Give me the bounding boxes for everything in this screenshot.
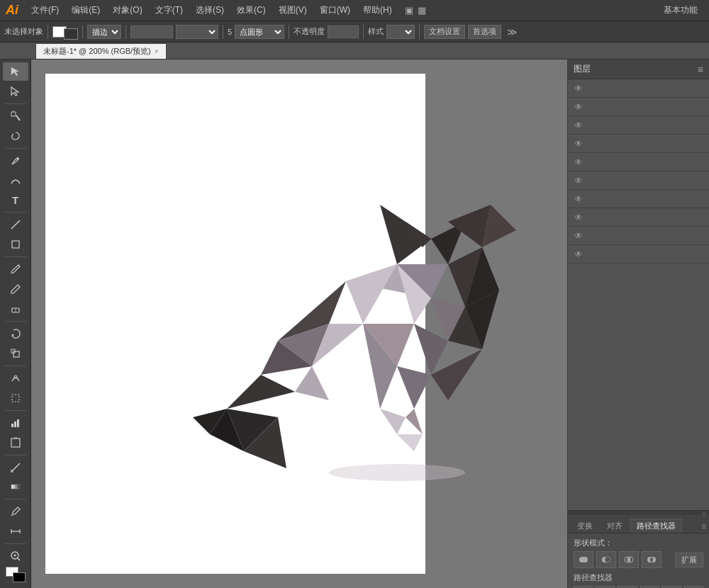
left-toolbar: T — [0, 60, 31, 588]
artboard-tool[interactable] — [3, 434, 28, 452]
zoom-tool[interactable] — [3, 547, 28, 565]
stroke-width-input[interactable] — [130, 26, 173, 38]
line-tool[interactable] — [3, 215, 28, 234]
eye-icon-3[interactable]: 👁 — [572, 119, 585, 132]
svg-marker-1 — [11, 112, 16, 116]
measure-tool[interactable] — [3, 522, 28, 541]
tab-align[interactable]: 对齐 — [601, 519, 629, 533]
layers-menu-icon[interactable]: ≡ — [698, 64, 703, 75]
slice-tool[interactable] — [3, 458, 28, 477]
pen-tool[interactable] — [3, 152, 28, 170]
svg-marker-51 — [295, 366, 329, 400]
minus-front-button[interactable] — [596, 551, 616, 568]
separator-4 — [223, 25, 223, 39]
toolbar-separator-4 — [5, 256, 26, 257]
shape-select[interactable]: 点圆形 — [235, 25, 284, 39]
eye-icon-2[interactable]: 👁 — [572, 101, 585, 113]
eye-icon-9[interactable]: 👁 — [572, 230, 585, 242]
main-area: T — [0, 60, 709, 588]
exclude-button[interactable] — [642, 551, 661, 568]
eraser-tool[interactable] — [3, 300, 28, 318]
canvas[interactable] — [45, 74, 425, 574]
toolbar-separator-7 — [5, 410, 26, 411]
ai-logo: Ai — [6, 3, 18, 18]
separator-1 — [48, 25, 48, 39]
intersect-button[interactable] — [619, 551, 639, 568]
menu-object[interactable]: 对象(O) — [107, 3, 147, 18]
pencil-tool[interactable] — [3, 280, 28, 298]
magic-wand-tool[interactable] — [3, 107, 28, 125]
direct-selection-tool[interactable] — [3, 82, 28, 101]
separator-6 — [363, 25, 364, 39]
menu-window[interactable]: 窗口(W) — [314, 3, 356, 18]
menu-edit[interactable]: 编辑(E) — [66, 3, 106, 18]
eyedropper-tool[interactable] — [3, 502, 28, 521]
eye-icon-5[interactable]: 👁 — [572, 156, 585, 169]
panel-more-icon[interactable]: ≡ — [698, 520, 709, 533]
doc-settings-button[interactable]: 文档设置 — [424, 25, 465, 39]
workspace-icon[interactable]: ▦ — [418, 5, 426, 16]
type-tool[interactable]: T — [3, 191, 28, 210]
svg-rect-14 — [14, 422, 16, 427]
stroke-color-swatch[interactable] — [13, 572, 26, 582]
free-transform-tool[interactable] — [3, 389, 28, 407]
svg-rect-16 — [11, 439, 20, 447]
shape-tool[interactable] — [3, 235, 28, 254]
stroke-unit-select[interactable] — [176, 25, 218, 39]
svg-rect-20 — [11, 485, 20, 489]
layer-row: 👁 — [568, 227, 709, 245]
scale-tool[interactable] — [3, 344, 28, 363]
canvas-area — [31, 60, 567, 588]
svg-line-26 — [18, 558, 20, 560]
toolbar-separator-3 — [5, 212, 26, 213]
point-count-label: 5 — [228, 28, 232, 36]
menu-text[interactable]: 文字(T) — [150, 3, 189, 18]
eye-icon-6[interactable]: 👁 — [572, 174, 585, 187]
expand-button[interactable]: 扩展 — [675, 553, 703, 567]
resize-icon: ≡ — [702, 509, 706, 517]
no-selection-label: 未选择对象 — [4, 26, 43, 37]
svg-marker-43 — [414, 324, 448, 375]
menu-view[interactable]: 视图(V) — [273, 3, 313, 18]
eye-icon-8[interactable]: 👁 — [572, 211, 585, 224]
unite-button[interactable] — [574, 551, 593, 568]
eye-icon-10[interactable]: 👁 — [572, 248, 585, 261]
paintbrush-tool[interactable] — [3, 260, 28, 278]
curvature-tool[interactable] — [3, 171, 28, 190]
opacity-input[interactable]: 100% — [328, 26, 359, 38]
rotate-tool[interactable] — [3, 324, 28, 343]
fill-stroke-swatches[interactable] — [6, 567, 26, 582]
right-panel: 图层 ≡ 👁 👁 👁 👁 👁 👁 👁 — [567, 60, 709, 588]
eye-icon-7[interactable]: 👁 — [572, 193, 585, 205]
layer-row: 👁 — [568, 153, 709, 171]
svg-point-3 — [16, 157, 18, 159]
svg-line-4 — [11, 220, 20, 229]
eye-icon-4[interactable]: 👁 — [572, 137, 585, 150]
menu-effect[interactable]: 效果(C) — [231, 3, 272, 18]
menu-file[interactable]: 文件(F) — [26, 3, 65, 18]
lasso-tool[interactable] — [3, 127, 28, 145]
document-tab[interactable]: 未标题-1* @ 200% (RGB/预览) × — [35, 43, 167, 59]
menu-help[interactable]: 帮助(H) — [357, 3, 398, 18]
svg-marker-50 — [227, 375, 295, 409]
stroke-swatch[interactable] — [64, 28, 78, 40]
svg-marker-41 — [346, 264, 397, 324]
tab-pathfinder[interactable]: 路径查找器 — [630, 519, 682, 533]
pathfinder-content: 形状模式： 扩展 路径查找器 — [568, 533, 709, 588]
style-select[interactable] — [386, 25, 415, 39]
preferences-button[interactable]: 首选项 — [468, 25, 501, 39]
layers-title-label: 图层 — [574, 63, 591, 75]
selection-tool[interactable] — [3, 62, 28, 81]
warp-tool[interactable] — [3, 369, 28, 388]
screen-mode-icon[interactable]: ▣ — [405, 5, 413, 16]
tab-close-icon[interactable]: × — [155, 47, 159, 55]
gradient-tool[interactable] — [3, 478, 28, 497]
stroke-select[interactable]: 描边 — [87, 25, 121, 39]
svg-marker-60 — [397, 434, 423, 451]
graph-tool[interactable] — [3, 414, 28, 432]
tab-transform[interactable]: 变换 — [571, 519, 599, 533]
more-options-icon[interactable]: ≫ — [507, 26, 518, 38]
svg-line-21 — [11, 514, 13, 516]
menu-select[interactable]: 选择(S) — [190, 3, 230, 18]
eye-icon-1[interactable]: 👁 — [572, 82, 585, 95]
